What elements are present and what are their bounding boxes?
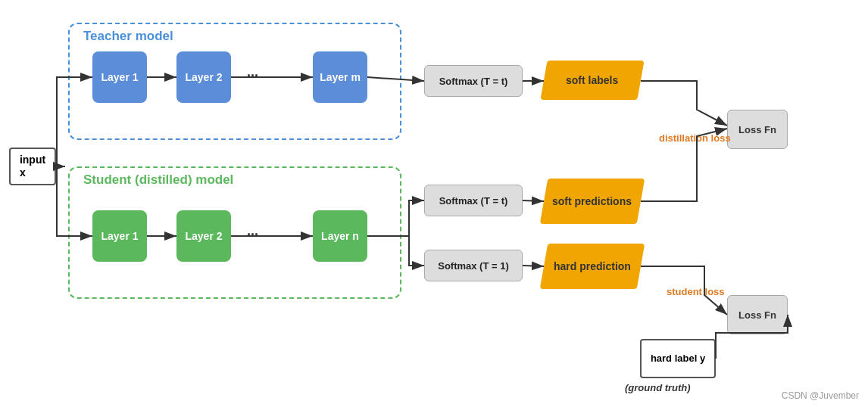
student-layer-1: Layer 1 <box>92 210 147 262</box>
student-softmax-1: Softmax (T = 1) <box>424 250 523 281</box>
student-loss-label: student loss <box>667 286 725 299</box>
teacher-layer-m: Layer m <box>313 51 367 103</box>
input-box: inputx <box>9 148 56 185</box>
student-softmax-t: Softmax (T = t) <box>424 185 523 216</box>
attribution: CSDN @Juvember <box>782 390 859 401</box>
ground-truth-box: hard label y <box>640 339 716 378</box>
soft-predictions: soft predictions <box>540 179 645 224</box>
distillation-loss-label: distillation loss <box>659 132 731 145</box>
student-label: Student (distilled) model <box>83 172 233 188</box>
student-layer-2: Layer 2 <box>176 210 231 262</box>
input-label: inputx <box>20 154 45 179</box>
distillation-loss-fn: Loss Fn <box>727 110 788 149</box>
student-loss-fn: Loss Fn <box>727 295 788 334</box>
student-dots: ... <box>247 223 258 239</box>
soft-labels: soft labels <box>540 61 644 100</box>
teacher-softmax: Softmax (T = t) <box>424 65 523 97</box>
teacher-layer-2: Layer 2 <box>176 51 231 103</box>
teacher-label: Teacher model <box>83 29 173 44</box>
student-layer-n: Layer n <box>313 210 367 262</box>
ground-truth-caption: (ground truth) <box>625 382 691 393</box>
svg-line-10 <box>523 200 544 201</box>
hard-prediction: hard prediction <box>540 244 645 289</box>
teacher-dots: ... <box>247 64 258 80</box>
diagram: Teacher model Student (distilled) model … <box>0 0 868 407</box>
svg-line-11 <box>523 266 544 266</box>
teacher-layer-1: Layer 1 <box>92 51 147 103</box>
